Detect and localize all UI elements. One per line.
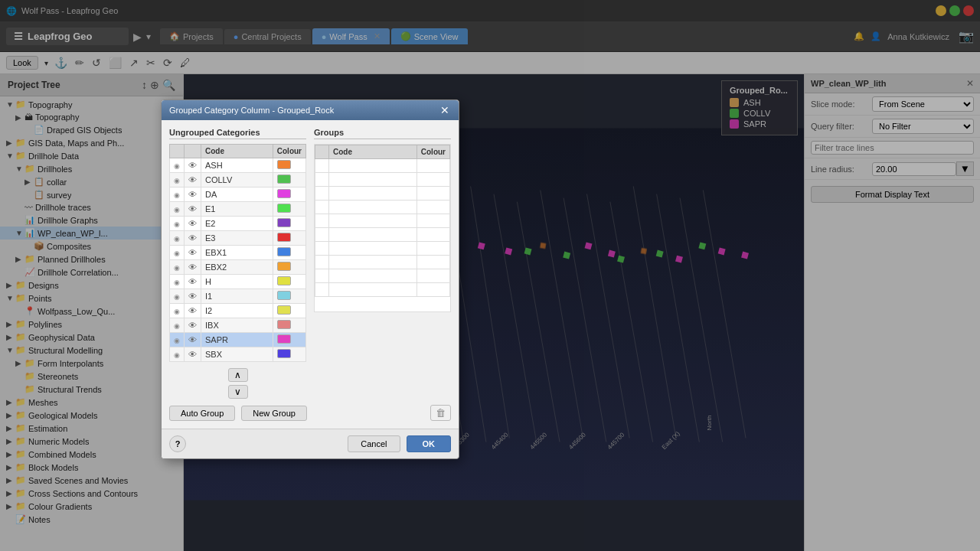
row-code: EBX2 — [201, 260, 273, 275]
cat-row-e1[interactable]: ◉ 👁 E1 — [170, 202, 306, 217]
row-check: ◉ — [170, 289, 185, 304]
row-colour[interactable] — [273, 347, 305, 362]
row-colour[interactable] — [273, 304, 305, 318]
row-colour[interactable] — [273, 202, 305, 217]
row-code: SAPR — [201, 333, 273, 347]
row-colour[interactable] — [273, 289, 305, 304]
cat-row-collv[interactable]: ◉ 👁 COLLV — [170, 173, 306, 187]
dialog-columns: Ungrouped Categories Code Colour ◉ 👁 ASH — [169, 128, 451, 399]
groups-column: Groups Code Colour — [314, 128, 451, 399]
group-row-empty-2 — [315, 173, 450, 187]
new-group-button[interactable]: New Group — [241, 406, 307, 421]
row-eye[interactable]: 👁 — [185, 217, 201, 231]
cat-row-i2[interactable]: ◉ 👁 I2 — [170, 304, 306, 318]
groups-colour-header: Colour — [416, 145, 449, 159]
groups-table: Code Colour — [315, 145, 450, 297]
cancel-button[interactable]: Cancel — [348, 435, 400, 452]
cat-row-da[interactable]: ◉ 👁 DA — [170, 187, 306, 202]
row-eye[interactable]: 👁 — [185, 347, 201, 362]
row-colour[interactable] — [273, 158, 305, 173]
groups-table-area: Code Colour — [314, 144, 451, 312]
row-colour[interactable] — [273, 318, 305, 333]
action-buttons: Auto Group New Group — [169, 406, 307, 421]
row-eye[interactable]: 👁 — [185, 173, 201, 187]
row-code: ASH — [201, 158, 273, 173]
row-colour[interactable] — [273, 217, 305, 231]
cat-row-h[interactable]: ◉ 👁 H — [170, 275, 306, 289]
row-colour[interactable] — [273, 173, 305, 187]
row-code: I2 — [201, 304, 273, 318]
row-code: I1 — [201, 289, 273, 304]
row-eye[interactable]: 👁 — [185, 202, 201, 217]
row-check: ◉ — [170, 333, 185, 347]
row-code: E1 — [201, 202, 273, 217]
group-row-empty-6 — [315, 228, 450, 242]
ungrouped-column: Ungrouped Categories Code Colour ◉ 👁 ASH — [169, 128, 306, 399]
row-check: ◉ — [170, 217, 185, 231]
cat-row-i1[interactable]: ◉ 👁 I1 — [170, 289, 306, 304]
row-check: ◉ — [170, 318, 185, 333]
scroll-up-button[interactable]: ∧ — [228, 368, 248, 382]
groups-check-header — [315, 145, 329, 159]
ok-button[interactable]: OK — [407, 435, 452, 452]
row-colour[interactable] — [273, 260, 305, 275]
row-eye[interactable]: 👁 — [185, 260, 201, 275]
row-code: DA — [201, 187, 273, 202]
dialog-title: Grouped Category Column - Grouped_Rock — [169, 106, 334, 115]
cat-row-e3[interactable]: ◉ 👁 E3 — [170, 231, 306, 246]
dialog-actions: Auto Group New Group 🗑 — [169, 405, 451, 421]
auto-group-button[interactable]: Auto Group — [169, 406, 235, 421]
row-eye[interactable]: 👁 — [185, 158, 201, 173]
row-colour[interactable] — [273, 246, 305, 260]
row-eye[interactable]: 👁 — [185, 231, 201, 246]
row-check: ◉ — [170, 304, 185, 318]
scroll-down-button[interactable]: ∨ — [228, 385, 248, 399]
row-eye[interactable]: 👁 — [185, 333, 201, 347]
check-header — [170, 145, 185, 158]
row-code: E3 — [201, 231, 273, 246]
grouped-category-dialog: Grouped Category Column - Grouped_Rock ✕… — [161, 99, 459, 459]
row-code: COLLV — [201, 173, 273, 187]
row-eye[interactable]: 👁 — [185, 275, 201, 289]
row-colour[interactable] — [273, 187, 305, 202]
cat-row-e2[interactable]: ◉ 👁 E2 — [170, 217, 306, 231]
group-row-empty-10 — [315, 283, 450, 297]
row-colour[interactable] — [273, 275, 305, 289]
group-row-empty-3 — [315, 187, 450, 201]
row-check: ◉ — [170, 246, 185, 260]
dialog-close-button[interactable]: ✕ — [439, 104, 451, 116]
row-colour[interactable] — [273, 333, 305, 347]
group-row-empty-8 — [315, 256, 450, 269]
group-row-empty-5 — [315, 214, 450, 228]
row-code: IBX — [201, 318, 273, 333]
cat-row-ibx[interactable]: ◉ 👁 IBX — [170, 318, 306, 333]
cat-row-ebx1[interactable]: ◉ 👁 EBX1 — [170, 246, 306, 260]
group-row-empty-4 — [315, 201, 450, 214]
row-check: ◉ — [170, 275, 185, 289]
cat-row-sapr[interactable]: ◉ 👁 SAPR — [170, 333, 306, 347]
row-eye[interactable]: 👁 — [185, 304, 201, 318]
cat-row-sbx[interactable]: ◉ 👁 SBX — [170, 347, 306, 362]
dialog-titlebar: Grouped Category Column - Grouped_Rock ✕ — [162, 100, 459, 120]
row-code: EBX1 — [201, 246, 273, 260]
cat-row-ash[interactable]: ◉ 👁 ASH — [170, 158, 306, 173]
delete-button[interactable]: 🗑 — [430, 405, 451, 421]
row-eye[interactable]: 👁 — [185, 289, 201, 304]
group-row-empty-1 — [315, 159, 450, 173]
row-check: ◉ — [170, 187, 185, 202]
groups-code-header: Code — [329, 145, 417, 159]
row-check: ◉ — [170, 173, 185, 187]
row-eye[interactable]: 👁 — [185, 246, 201, 260]
group-row-empty-7 — [315, 242, 450, 256]
help-button[interactable]: ? — [169, 435, 186, 452]
group-row-empty-9 — [315, 269, 450, 283]
row-eye[interactable]: 👁 — [185, 187, 201, 202]
row-eye[interactable]: 👁 — [185, 318, 201, 333]
row-colour[interactable] — [273, 231, 305, 246]
ungrouped-header: Ungrouped Categories — [169, 128, 306, 139]
ungrouped-table: Code Colour ◉ 👁 ASH ◉ 👁 COLLV ◉ 👁 DA ◉ — [169, 144, 306, 362]
groups-header: Groups — [314, 128, 451, 139]
row-check: ◉ — [170, 202, 185, 217]
cat-row-ebx2[interactable]: ◉ 👁 EBX2 — [170, 260, 306, 275]
footer-buttons: Cancel OK — [348, 435, 451, 452]
